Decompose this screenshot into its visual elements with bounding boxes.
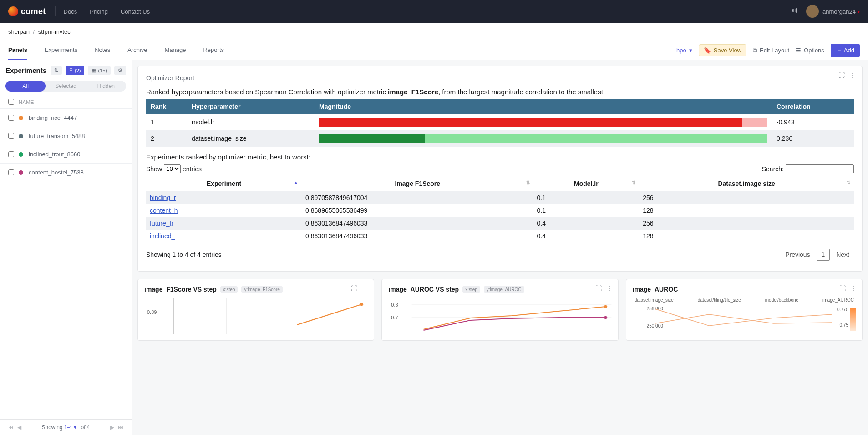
nav-docs[interactable]: Docs bbox=[64, 8, 77, 15]
pill-hidden[interactable]: Hidden bbox=[86, 81, 126, 92]
chart-title: image_F1Score VS step bbox=[144, 286, 217, 293]
panels-canvas: ⛶ ⋮ Optimizer Report Ranked hyperparamet… bbox=[132, 60, 868, 435]
nav-pricing[interactable]: Pricing bbox=[90, 8, 108, 15]
breadcrumb-workspace[interactable]: sherpan bbox=[8, 28, 30, 35]
pcoord-axis-labels: dataset.image_size dataset/tiling/tile_s… bbox=[633, 298, 856, 303]
scale-tick: 0.775 bbox=[837, 307, 848, 312]
expand-icon[interactable]: ⛶ bbox=[595, 285, 602, 292]
desc-metric: image_F1Score bbox=[388, 88, 438, 96]
columns-button[interactable]: ▦(15) bbox=[88, 66, 111, 75]
experiment-checkbox[interactable] bbox=[8, 133, 14, 139]
pill-selected[interactable]: Selected bbox=[46, 81, 86, 92]
chart-body[interactable]: 0.8 0.7 bbox=[388, 298, 611, 334]
experiment-checkbox[interactable] bbox=[8, 151, 14, 157]
imagesize-col-header[interactable]: Dataset.image size⇅ bbox=[639, 176, 854, 191]
tab-experiments[interactable]: Experiments bbox=[45, 41, 77, 60]
experiment-name: inclined_trout_8660 bbox=[29, 151, 80, 158]
experiment-name: future_transom_5488 bbox=[29, 133, 85, 139]
username-label[interactable]: anmorgan24 bbox=[822, 8, 856, 15]
view-selector-label: hpo bbox=[676, 47, 686, 54]
brand-logo[interactable]: comet bbox=[8, 6, 56, 16]
pager-next[interactable]: Next bbox=[832, 249, 854, 260]
expand-icon[interactable]: ⛶ bbox=[838, 72, 845, 79]
chart-title: image_AUROC bbox=[633, 286, 678, 293]
lr-cell: 0.1 bbox=[533, 204, 640, 217]
last-page-icon[interactable]: ⏭ bbox=[116, 424, 125, 431]
header-label: Dataset.image size bbox=[718, 180, 775, 187]
announcements-icon[interactable] bbox=[791, 7, 798, 16]
f1score-col-header[interactable]: Image F1Score⇅ bbox=[302, 176, 533, 191]
x-axis-tag: x:step bbox=[462, 286, 480, 293]
plus-icon: ＋ bbox=[836, 46, 842, 55]
lr-cell: 0.4 bbox=[533, 217, 640, 230]
experiment-link[interactable]: binding_r bbox=[150, 194, 176, 201]
more-icon[interactable]: ⋮ bbox=[849, 72, 856, 79]
filter-button[interactable]: ⚲(2) bbox=[66, 66, 84, 75]
tab-reports[interactable]: Reports bbox=[203, 41, 224, 60]
sort-icon: ⇅ bbox=[632, 180, 635, 185]
pcoord-body[interactable]: 256.000 250.000 0.775 0.75 bbox=[633, 305, 856, 333]
rank-table: Rank Hyperparameter Magnitude Correlatio… bbox=[146, 99, 854, 147]
experiment-item[interactable]: inclined_trout_8660 bbox=[0, 145, 132, 163]
tab-panels[interactable]: Panels bbox=[8, 41, 27, 60]
nav-contact[interactable]: Contact Us bbox=[121, 8, 150, 15]
f1-cell: 0.8630136847496033 bbox=[302, 217, 533, 230]
desc-suffix: , from the largest magnitude correlation… bbox=[438, 88, 605, 96]
more-icon[interactable]: ⋮ bbox=[362, 285, 368, 292]
expand-icon[interactable]: ⛶ bbox=[351, 285, 357, 292]
experiment-item[interactable]: content_hostel_7538 bbox=[0, 163, 132, 181]
experiment-checkbox[interactable] bbox=[8, 169, 14, 175]
x-axis-tag: x:step bbox=[220, 286, 238, 293]
select-all-checkbox[interactable] bbox=[8, 99, 14, 105]
param-cell: model.lr bbox=[187, 114, 315, 130]
user-menu-chevron-icon[interactable]: ▾ bbox=[858, 9, 860, 14]
magnitude-cell bbox=[315, 130, 772, 147]
settings-button[interactable]: ⚙ bbox=[114, 66, 126, 75]
more-icon[interactable]: ⋮ bbox=[606, 285, 613, 292]
options-icon: ☰ bbox=[796, 47, 801, 54]
color-scale-bar bbox=[850, 308, 856, 331]
experiment-checkbox[interactable] bbox=[8, 115, 14, 121]
entries-info: Showing 1 to 4 of 4 entries bbox=[146, 251, 222, 258]
modellr-col-header[interactable]: Model.lr⇅ bbox=[533, 176, 640, 191]
showing-total: of 4 bbox=[79, 424, 90, 431]
pager-page-1[interactable]: 1 bbox=[817, 249, 830, 261]
sidebar-title: Experiments bbox=[5, 67, 47, 74]
more-icon[interactable]: ⋮ bbox=[850, 285, 857, 292]
experiment-col-header[interactable]: Experiment▲ bbox=[146, 176, 302, 191]
chart-panel-parallel-coords: ⛶⋮ image_AUROC dataset.image_size datase… bbox=[626, 279, 863, 341]
edit-layout-button[interactable]: ⧉ Edit Layout bbox=[753, 47, 789, 54]
first-page-icon[interactable]: ⏮ bbox=[6, 424, 15, 431]
add-button[interactable]: ＋ Add bbox=[831, 44, 860, 57]
save-view-button[interactable]: 🔖 Save View bbox=[699, 44, 746, 56]
filter-pills: All Selected Hidden bbox=[5, 81, 126, 92]
app-header: comet Docs Pricing Contact Us anmorgan24… bbox=[0, 0, 868, 23]
tab-notes[interactable]: Notes bbox=[95, 41, 110, 60]
chart-body[interactable]: 0.89 bbox=[144, 298, 367, 334]
experiment-link[interactable]: future_tr bbox=[150, 220, 173, 227]
prev-page-icon[interactable]: ◀ bbox=[15, 424, 23, 431]
rank-cell: 2 bbox=[146, 130, 187, 147]
sort-button[interactable]: ⇅ bbox=[51, 66, 62, 75]
expand-icon[interactable]: ⛶ bbox=[839, 285, 846, 292]
entries-select[interactable]: 10 bbox=[164, 164, 181, 173]
tab-archive[interactable]: Archive bbox=[127, 41, 147, 60]
pager-previous[interactable]: Previous bbox=[781, 249, 814, 260]
options-button[interactable]: ☰ Options bbox=[796, 47, 824, 54]
breadcrumb-project[interactable]: stfpm-mvtec bbox=[38, 28, 71, 35]
experiment-item[interactable]: future_transom_5488 bbox=[0, 127, 132, 145]
search-input[interactable] bbox=[786, 164, 854, 173]
experiment-link[interactable]: content_h bbox=[150, 207, 178, 214]
tab-manage[interactable]: Manage bbox=[165, 41, 186, 60]
view-selector[interactable]: hpo ▾ bbox=[676, 47, 692, 54]
dropdown-caret-icon[interactable]: ▾ bbox=[72, 424, 76, 431]
rank-cell: 1 bbox=[146, 114, 187, 130]
user-avatar[interactable] bbox=[806, 5, 819, 18]
experiment-item[interactable]: binding_rice_4447 bbox=[0, 108, 132, 127]
experiment-link[interactable]: inclined_ bbox=[150, 232, 175, 240]
next-page-icon[interactable]: ▶ bbox=[108, 424, 116, 431]
pill-all[interactable]: All bbox=[5, 81, 46, 92]
experiment-name: content_hostel_7538 bbox=[29, 169, 84, 176]
filter-count: (2) bbox=[75, 68, 81, 73]
magnitude-cell bbox=[315, 114, 772, 130]
